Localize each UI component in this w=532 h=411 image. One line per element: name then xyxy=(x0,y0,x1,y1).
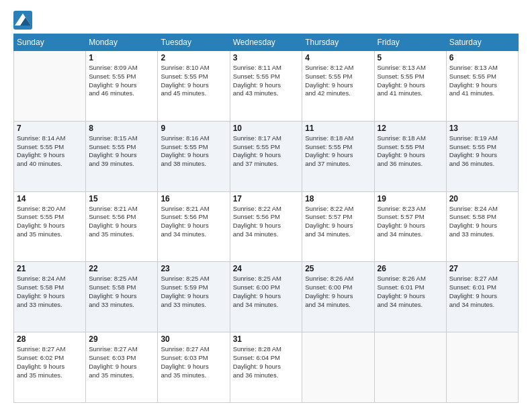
day-number: 15 xyxy=(89,194,154,203)
day-cell: 26Sunrise: 8:26 AM Sunset: 6:01 PM Dayli… xyxy=(374,262,446,332)
day-number: 23 xyxy=(161,264,226,273)
day-info: Sunrise: 8:19 AM Sunset: 5:55 PM Dayligh… xyxy=(449,134,515,169)
day-number: 29 xyxy=(89,334,154,344)
day-cell: 10Sunrise: 8:17 AM Sunset: 5:55 PM Dayli… xyxy=(230,121,302,191)
day-number: 5 xyxy=(378,53,443,62)
day-number: 25 xyxy=(305,264,371,273)
day-info: Sunrise: 8:24 AM Sunset: 5:58 PM Dayligh… xyxy=(449,205,515,239)
day-cell: 27Sunrise: 8:27 AM Sunset: 6:01 PM Dayli… xyxy=(446,262,518,332)
day-info: Sunrise: 8:13 AM Sunset: 5:55 PM Dayligh… xyxy=(449,64,515,98)
day-info: Sunrise: 8:21 AM Sunset: 5:56 PM Dayligh… xyxy=(161,205,226,239)
day-number: 7 xyxy=(17,124,83,133)
day-number: 30 xyxy=(161,334,226,344)
day-number: 19 xyxy=(378,194,443,203)
day-info: Sunrise: 8:10 AM Sunset: 5:55 PM Dayligh… xyxy=(161,64,226,98)
day-info: Sunrise: 8:25 AM Sunset: 6:00 PM Dayligh… xyxy=(233,275,300,309)
day-number: 18 xyxy=(305,194,371,203)
day-number: 16 xyxy=(161,194,226,203)
week-row-1: 1Sunrise: 8:09 AM Sunset: 5:55 PM Daylig… xyxy=(14,51,519,122)
day-info: Sunrise: 8:20 AM Sunset: 5:55 PM Dayligh… xyxy=(17,205,83,239)
col-header-wednesday: Wednesday xyxy=(230,34,302,51)
day-cell: 7Sunrise: 8:14 AM Sunset: 5:55 PM Daylig… xyxy=(14,121,86,191)
day-cell: 21Sunrise: 8:24 AM Sunset: 5:58 PM Dayli… xyxy=(14,262,86,332)
day-info: Sunrise: 8:22 AM Sunset: 5:57 PM Dayligh… xyxy=(305,205,371,239)
day-cell: 24Sunrise: 8:25 AM Sunset: 6:00 PM Dayli… xyxy=(230,262,302,332)
day-info: Sunrise: 8:16 AM Sunset: 5:55 PM Dayligh… xyxy=(161,134,226,169)
day-cell: 16Sunrise: 8:21 AM Sunset: 5:56 PM Dayli… xyxy=(158,191,230,262)
day-number: 6 xyxy=(449,53,515,62)
day-cell: 5Sunrise: 8:13 AM Sunset: 5:55 PM Daylig… xyxy=(374,51,446,122)
col-header-sunday: Sunday xyxy=(14,34,86,51)
day-number: 20 xyxy=(449,194,515,203)
day-number: 4 xyxy=(305,53,371,62)
day-info: Sunrise: 8:18 AM Sunset: 5:55 PM Dayligh… xyxy=(305,134,371,169)
page: SundayMondayTuesdayWednesdayThursdayFrid… xyxy=(0,0,532,411)
day-cell: 11Sunrise: 8:18 AM Sunset: 5:55 PM Dayli… xyxy=(302,121,374,191)
day-info: Sunrise: 8:24 AM Sunset: 5:58 PM Dayligh… xyxy=(17,275,83,309)
header xyxy=(13,11,519,30)
day-cell: 4Sunrise: 8:12 AM Sunset: 5:55 PM Daylig… xyxy=(302,51,374,122)
day-cell: 1Sunrise: 8:09 AM Sunset: 5:55 PM Daylig… xyxy=(86,51,158,122)
header-row: SundayMondayTuesdayWednesdayThursdayFrid… xyxy=(14,34,519,51)
day-cell: 3Sunrise: 8:11 AM Sunset: 5:55 PM Daylig… xyxy=(230,51,302,122)
day-cell: 23Sunrise: 8:25 AM Sunset: 5:59 PM Dayli… xyxy=(158,262,230,332)
day-info: Sunrise: 8:22 AM Sunset: 5:56 PM Dayligh… xyxy=(233,205,300,239)
day-cell: 22Sunrise: 8:25 AM Sunset: 5:58 PM Dayli… xyxy=(86,262,158,332)
col-header-tuesday: Tuesday xyxy=(158,34,230,51)
day-number: 14 xyxy=(17,194,83,203)
day-number: 11 xyxy=(305,124,371,133)
day-cell: 13Sunrise: 8:19 AM Sunset: 5:55 PM Dayli… xyxy=(446,121,518,191)
day-info: Sunrise: 8:13 AM Sunset: 5:55 PM Dayligh… xyxy=(378,64,443,98)
day-info: Sunrise: 8:18 AM Sunset: 5:55 PM Dayligh… xyxy=(378,134,443,169)
day-cell: 9Sunrise: 8:16 AM Sunset: 5:55 PM Daylig… xyxy=(158,121,230,191)
day-number: 22 xyxy=(89,264,154,273)
week-row-2: 7Sunrise: 8:14 AM Sunset: 5:55 PM Daylig… xyxy=(14,121,519,191)
day-info: Sunrise: 8:14 AM Sunset: 5:55 PM Dayligh… xyxy=(17,134,83,169)
day-cell: 6Sunrise: 8:13 AM Sunset: 5:55 PM Daylig… xyxy=(446,51,518,122)
day-number: 24 xyxy=(233,264,300,273)
day-number: 3 xyxy=(233,53,300,62)
day-number: 17 xyxy=(233,194,300,203)
day-info: Sunrise: 8:12 AM Sunset: 5:55 PM Dayligh… xyxy=(305,64,371,98)
day-info: Sunrise: 8:17 AM Sunset: 5:55 PM Dayligh… xyxy=(233,134,300,169)
day-cell: 14Sunrise: 8:20 AM Sunset: 5:55 PM Dayli… xyxy=(14,191,86,262)
day-info: Sunrise: 8:27 AM Sunset: 6:03 PM Dayligh… xyxy=(89,345,154,379)
day-cell: 17Sunrise: 8:22 AM Sunset: 5:56 PM Dayli… xyxy=(230,191,302,262)
week-row-3: 14Sunrise: 8:20 AM Sunset: 5:55 PM Dayli… xyxy=(14,191,519,262)
day-info: Sunrise: 8:11 AM Sunset: 5:55 PM Dayligh… xyxy=(233,64,300,98)
col-header-friday: Friday xyxy=(374,34,446,51)
day-cell xyxy=(14,51,86,122)
day-cell: 31Sunrise: 8:28 AM Sunset: 6:04 PM Dayli… xyxy=(230,332,302,403)
day-cell: 28Sunrise: 8:27 AM Sunset: 6:02 PM Dayli… xyxy=(14,332,86,403)
day-info: Sunrise: 8:27 AM Sunset: 6:01 PM Dayligh… xyxy=(449,275,515,309)
day-info: Sunrise: 8:27 AM Sunset: 6:02 PM Dayligh… xyxy=(17,345,83,379)
day-info: Sunrise: 8:26 AM Sunset: 6:01 PM Dayligh… xyxy=(378,275,443,309)
day-cell: 18Sunrise: 8:22 AM Sunset: 5:57 PM Dayli… xyxy=(302,191,374,262)
day-cell: 15Sunrise: 8:21 AM Sunset: 5:56 PM Dayli… xyxy=(86,191,158,262)
day-number: 28 xyxy=(17,334,83,344)
day-cell: 25Sunrise: 8:26 AM Sunset: 6:00 PM Dayli… xyxy=(302,262,374,332)
day-info: Sunrise: 8:21 AM Sunset: 5:56 PM Dayligh… xyxy=(89,205,154,239)
col-header-thursday: Thursday xyxy=(302,34,374,51)
day-info: Sunrise: 8:09 AM Sunset: 5:55 PM Dayligh… xyxy=(89,64,154,98)
day-cell: 30Sunrise: 8:27 AM Sunset: 6:03 PM Dayli… xyxy=(158,332,230,403)
day-cell: 20Sunrise: 8:24 AM Sunset: 5:58 PM Dayli… xyxy=(446,191,518,262)
week-row-4: 21Sunrise: 8:24 AM Sunset: 5:58 PM Dayli… xyxy=(14,262,519,332)
day-info: Sunrise: 8:25 AM Sunset: 5:58 PM Dayligh… xyxy=(89,275,154,309)
day-cell: 2Sunrise: 8:10 AM Sunset: 5:55 PM Daylig… xyxy=(158,51,230,122)
day-number: 21 xyxy=(17,264,83,273)
day-cell xyxy=(374,332,446,403)
day-number: 10 xyxy=(233,124,300,133)
day-number: 26 xyxy=(378,264,443,273)
day-cell xyxy=(302,332,374,403)
day-number: 1 xyxy=(89,53,154,62)
day-info: Sunrise: 8:26 AM Sunset: 6:00 PM Dayligh… xyxy=(305,275,371,309)
day-cell xyxy=(446,332,518,403)
day-cell: 19Sunrise: 8:23 AM Sunset: 5:57 PM Dayli… xyxy=(374,191,446,262)
day-number: 31 xyxy=(233,334,300,344)
day-number: 2 xyxy=(161,53,226,62)
day-number: 8 xyxy=(89,124,154,133)
day-number: 27 xyxy=(449,264,515,273)
day-info: Sunrise: 8:23 AM Sunset: 5:57 PM Dayligh… xyxy=(378,205,443,239)
day-number: 12 xyxy=(378,124,443,133)
